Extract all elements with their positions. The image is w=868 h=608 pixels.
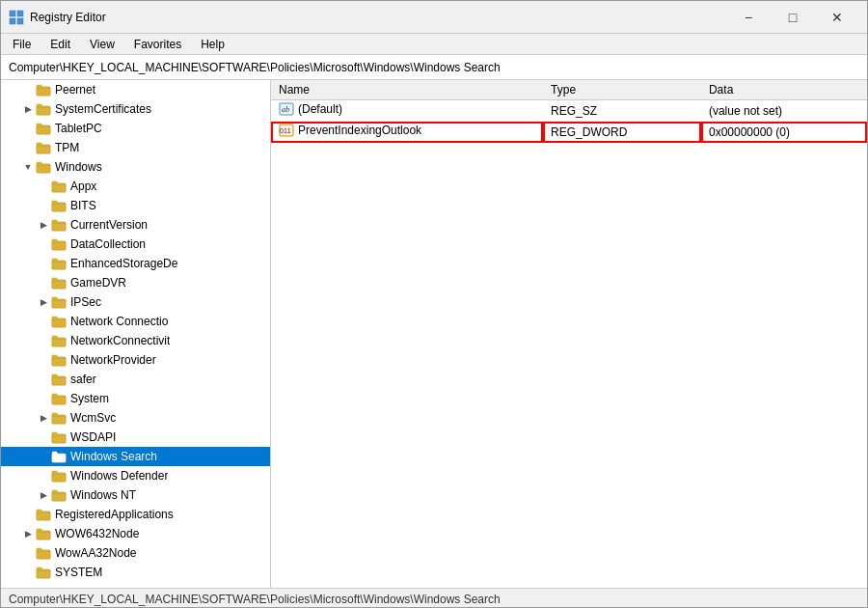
folder-icon (51, 353, 67, 367)
col-name: Name (271, 80, 543, 100)
cell-type: REG_DWORD (543, 122, 701, 143)
tree-item[interactable]: ▶ BITS (1, 196, 270, 215)
svg-rect-0 (10, 11, 15, 16)
cell-name: 011 PreventIndexingOutlook (271, 122, 543, 143)
tree-item[interactable]: ▶ Appx (1, 177, 270, 196)
tree-expand-icon[interactable]: ▼ (20, 159, 36, 175)
table-row[interactable]: ab (Default)REG_SZ(value not set) (271, 100, 867, 122)
status-text: Computer\HKEY_LOCAL_MACHINE\SOFTWARE\Pol… (9, 593, 501, 606)
tree-item-label: SYSTEM (55, 566, 102, 579)
folder-icon (36, 122, 51, 135)
menu-bar: FileEditViewFavoritesHelp (1, 34, 867, 55)
window-controls: − □ ✕ (726, 1, 859, 34)
folder-icon (51, 450, 67, 463)
address-bar: Computer\HKEY_LOCAL_MACHINE\SOFTWARE\Pol… (1, 55, 867, 80)
tree-item[interactable]: ▶ EnhancedStorageDe (1, 254, 270, 273)
folder-icon (51, 276, 67, 290)
folder-icon (51, 199, 67, 212)
folder-icon (36, 160, 51, 174)
tree-item-label: DataCollection (70, 237, 146, 251)
tree-item[interactable]: ▶ NetworkProvider (1, 350, 270, 370)
tree-item[interactable]: ▶ GameDVR (1, 273, 270, 292)
main-content: ▶ Peernet▶ SystemCertificates▶ TabletPC▶… (1, 80, 867, 588)
tree-item[interactable]: ▶ WSDAPI (1, 428, 270, 447)
svg-rect-1 (17, 11, 23, 16)
table-row[interactable]: 011 PreventIndexingOutlookREG_DWORD0x000… (271, 122, 867, 143)
tree-item[interactable]: ▶ System (1, 389, 270, 408)
svg-text:ab: ab (282, 105, 289, 114)
tree-item-label: CurrentVersion (70, 218, 148, 232)
tree-item-label: SystemCertificates (55, 102, 151, 116)
tree-item[interactable]: ▶ NetworkConnectivit (1, 331, 270, 350)
tree-expand-icon[interactable]: ▶ (36, 294, 51, 310)
tree-item-label: RegisteredApplications (55, 508, 174, 521)
tree-item[interactable]: ▶ Windows Search (1, 447, 270, 466)
tree-item[interactable]: ▶ WowAA32Node (1, 543, 270, 563)
tree-item[interactable]: ▼ Windows (1, 157, 270, 177)
cell-data: (value not set) (701, 100, 867, 122)
menu-item-favorites[interactable]: Favorites (126, 36, 189, 53)
menu-item-help[interactable]: Help (193, 36, 232, 53)
tree-item[interactable]: ▶ Windows Defender (1, 466, 270, 485)
tree-item[interactable]: ▶ SYSTEM (1, 563, 270, 582)
tree-expand-icon[interactable]: ▶ (20, 526, 36, 541)
tree-item-label: WowAA32Node (55, 546, 137, 560)
folder-icon (36, 546, 51, 560)
tree-item[interactable]: ▶ RegisteredApplications (1, 505, 270, 524)
tree-item[interactable]: ▶ Network Connectio (1, 312, 270, 331)
tree-item-label: IPSec (70, 295, 101, 309)
tree-item-label: WOW6432Node (55, 527, 139, 540)
tree-item[interactable]: ▶ WcmSvc (1, 408, 270, 428)
cell-type: REG_SZ (543, 100, 701, 122)
status-bar: Computer\HKEY_LOCAL_MACHINE\SOFTWARE\Pol… (1, 588, 867, 608)
tree-item[interactable]: ▶ WOW6432Node (1, 524, 270, 543)
folder-icon (36, 83, 51, 97)
tree-item[interactable]: ▶ safer (1, 370, 270, 389)
tree-item-label: Windows NT (70, 488, 136, 502)
address-path[interactable]: Computer\HKEY_LOCAL_MACHINE\SOFTWARE\Pol… (9, 61, 501, 74)
close-button[interactable]: ✕ (815, 1, 859, 34)
folder-icon (36, 508, 51, 521)
tree-expand-icon[interactable]: ▶ (36, 487, 51, 503)
menu-item-edit[interactable]: Edit (42, 36, 78, 53)
tree-panel: ▶ Peernet▶ SystemCertificates▶ TabletPC▶… (1, 80, 271, 588)
tree-item[interactable]: ▶ TabletPC (1, 119, 270, 138)
tree-item[interactable]: ▶ TPM (1, 138, 270, 157)
folder-icon (51, 392, 67, 405)
data-panel: Name Type Data ab (Default)REG_SZ(value … (271, 80, 867, 588)
tree-scroll[interactable]: ▶ Peernet▶ SystemCertificates▶ TabletPC▶… (1, 80, 270, 588)
tree-item-label: Windows (55, 160, 102, 174)
window-title: Registry Editor (30, 11, 106, 24)
folder-icon (36, 141, 51, 154)
tree-item-label: Peernet (55, 83, 95, 97)
menu-item-file[interactable]: File (5, 36, 39, 53)
folder-icon (51, 430, 67, 444)
tree-item-label: EnhancedStorageDe (70, 257, 177, 270)
minimize-button[interactable]: − (726, 1, 771, 34)
tree-item[interactable]: ▶ SystemCertificates (1, 99, 270, 119)
tree-expand-icon[interactable]: ▶ (36, 410, 51, 426)
tree-item[interactable]: ▶ CurrentVersion (1, 215, 270, 235)
tree-item-label: Windows Defender (70, 469, 168, 483)
tree-item-label: safer (70, 373, 96, 386)
tree-expand-icon[interactable]: ▶ (20, 101, 36, 117)
maximize-button[interactable]: □ (771, 1, 815, 34)
tree-item-label: NetworkConnectivit (70, 334, 170, 347)
tree-item[interactable]: ▶ Windows NT (1, 485, 270, 505)
tree-expand-icon[interactable]: ▶ (36, 217, 51, 233)
folder-icon (51, 180, 67, 193)
svg-text:011: 011 (280, 127, 291, 134)
folder-icon (36, 566, 51, 579)
folder-icon (51, 469, 67, 483)
col-type: Type (543, 80, 701, 100)
folder-icon (51, 334, 67, 347)
tree-item-label: NetworkProvider (70, 353, 156, 367)
tree-item[interactable]: ▶ IPSec (1, 292, 270, 312)
tree-item-label: TPM (55, 141, 79, 154)
folder-icon (51, 218, 67, 232)
tree-item[interactable]: ▶ DataCollection (1, 235, 270, 254)
cell-name: ab (Default) (271, 100, 543, 122)
tree-item[interactable]: ▶ Peernet (1, 80, 270, 99)
menu-item-view[interactable]: View (82, 36, 122, 53)
folder-icon (51, 488, 67, 502)
